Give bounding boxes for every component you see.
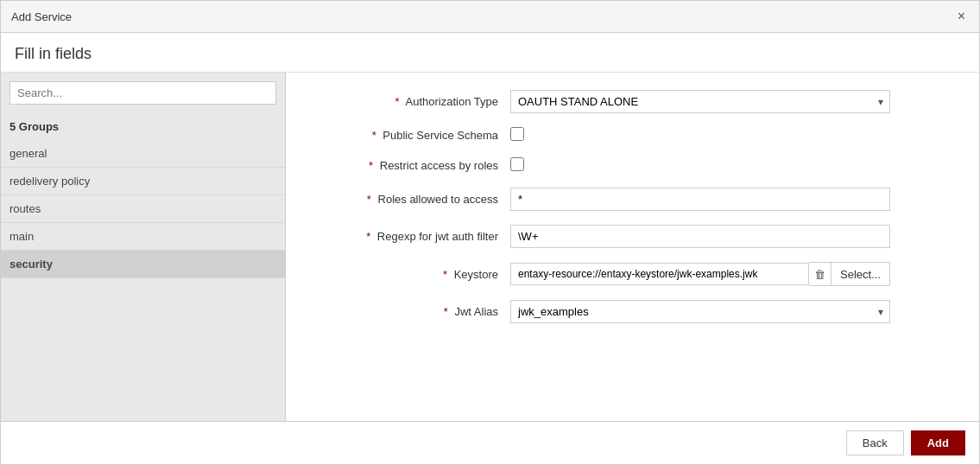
required-star-7: * <box>444 305 448 318</box>
restrict-access-row: * Restrict access by roles <box>320 157 945 174</box>
restrict-access-label: * Restrict access by roles <box>320 159 510 172</box>
dialog-title: Add Service <box>11 10 72 23</box>
keystore-control-group: 🗑 Select... <box>510 262 890 286</box>
jwt-alias-select[interactable]: jwk_examples <box>510 300 890 323</box>
roles-allowed-row: * Roles allowed to access <box>320 188 945 211</box>
close-button[interactable]: × <box>954 8 969 25</box>
required-star-3: * <box>369 159 373 172</box>
search-input[interactable] <box>9 81 276 105</box>
sidebar-item-security[interactable]: security <box>1 251 285 278</box>
sidebar-nav: general redelivery policy routes main se… <box>1 140 285 421</box>
public-service-schema-row: * Public Service Schema <box>320 127 945 143</box>
regexp-jwt-row: * Regexp for jwt auth filter <box>320 225 945 248</box>
search-container <box>1 73 285 113</box>
sidebar-item-routes[interactable]: routes <box>1 195 285 223</box>
regexp-jwt-label: * Regexp for jwt auth filter <box>320 230 510 243</box>
add-service-dialog: Add Service × Fill in fields 5 Groups ge… <box>0 0 980 465</box>
jwt-alias-select-wrapper: jwk_examples <box>510 300 890 323</box>
authorization-type-select[interactable]: OAUTH STAND ALONE NONE BASIC JWT <box>510 90 890 113</box>
jwt-alias-wrapper: jwk_examples <box>510 300 890 323</box>
sidebar-item-redelivery-policy[interactable]: redelivery policy <box>1 168 285 195</box>
keystore-label: * Keystore <box>320 268 510 281</box>
keystore-input[interactable] <box>510 263 809 285</box>
main-form-area: * Authorization Type OAUTH STAND ALONE N… <box>286 73 979 421</box>
required-star-6: * <box>443 268 447 281</box>
keystore-wrapper-outer: 🗑 Select... <box>510 262 890 286</box>
keystore-select-button[interactable]: Select... <box>831 262 890 286</box>
dialog-body: 5 Groups general redelivery policy route… <box>1 73 979 421</box>
required-star-5: * <box>366 230 370 243</box>
add-button[interactable]: Add <box>911 430 965 455</box>
regexp-jwt-wrapper <box>510 225 890 248</box>
required-star-4: * <box>367 193 371 206</box>
sidebar-item-main[interactable]: main <box>1 223 285 251</box>
public-service-schema-checkbox[interactable] <box>510 127 524 141</box>
public-service-schema-label: * Public Service Schema <box>320 129 510 142</box>
authorization-type-wrapper: OAUTH STAND ALONE NONE BASIC JWT <box>510 90 890 113</box>
dialog-subtitle: Fill in fields <box>1 33 979 73</box>
dialog-footer: Back Add <box>1 421 979 464</box>
authorization-type-row: * Authorization Type OAUTH STAND ALONE N… <box>320 90 945 113</box>
jwt-alias-label: * Jwt Alias <box>320 305 510 318</box>
dialog-titlebar: Add Service × <box>1 1 979 33</box>
roles-allowed-input[interactable] <box>510 188 890 211</box>
roles-allowed-wrapper <box>510 188 890 211</box>
restrict-access-wrapper <box>510 157 890 174</box>
roles-allowed-label: * Roles allowed to access <box>320 193 510 206</box>
jwt-alias-row: * Jwt Alias jwk_examples <box>320 300 945 323</box>
regexp-jwt-input[interactable] <box>510 225 890 248</box>
groups-header: 5 Groups <box>1 113 285 140</box>
required-star-2: * <box>372 129 376 142</box>
back-button[interactable]: Back <box>846 430 904 455</box>
authorization-type-select-wrapper: OAUTH STAND ALONE NONE BASIC JWT <box>510 90 890 113</box>
keystore-row: * Keystore 🗑 Select... <box>320 262 945 286</box>
authorization-type-label: * Authorization Type <box>320 95 510 108</box>
sidebar-item-general[interactable]: general <box>1 140 285 168</box>
required-star: * <box>395 95 400 108</box>
public-service-schema-wrapper <box>510 127 890 143</box>
keystore-delete-button[interactable]: 🗑 <box>809 262 831 286</box>
restrict-access-checkbox[interactable] <box>510 157 524 171</box>
sidebar: 5 Groups general redelivery policy route… <box>1 73 286 421</box>
